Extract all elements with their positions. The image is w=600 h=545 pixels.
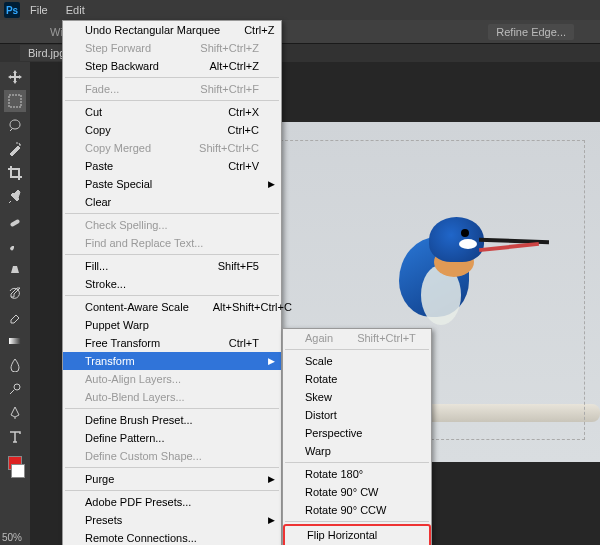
transform-menu-item-rotate-90-ccw[interactable]: Rotate 90° CCW xyxy=(283,501,431,519)
menu-item-label: Define Pattern... xyxy=(85,432,165,444)
menu-item-label: Paste Special xyxy=(85,178,152,190)
pen-tool[interactable] xyxy=(4,402,26,424)
wand-tool[interactable] xyxy=(4,138,26,160)
edit-menu-item-auto-align-layers: Auto-Align Layers... xyxy=(63,370,281,388)
refine-edge-button[interactable]: Refine Edge... xyxy=(488,24,574,40)
clone-stamp-tool[interactable] xyxy=(4,258,26,280)
menu-item-label: Again xyxy=(305,332,333,344)
eraser-tool[interactable] xyxy=(4,306,26,328)
edit-menu-item-copy[interactable]: CopyCtrl+C xyxy=(63,121,281,139)
transform-menu-item-scale[interactable]: Scale xyxy=(283,352,431,370)
submenu-arrow-icon: ▶ xyxy=(268,474,275,484)
menubar: Ps File Edit xyxy=(0,0,600,20)
move-tool[interactable] xyxy=(4,66,26,88)
menu-item-shortcut: Shift+F5 xyxy=(218,260,259,272)
edit-menu-item-fill[interactable]: Fill...Shift+F5 xyxy=(63,257,281,275)
edit-menu-item-separator xyxy=(65,295,279,296)
edit-menu-item-separator xyxy=(65,213,279,214)
background-color-swatch[interactable] xyxy=(11,464,25,478)
transform-menu-item-rotate[interactable]: Rotate xyxy=(283,370,431,388)
edit-menu-item-content-aware-scale[interactable]: Content-Aware ScaleAlt+Shift+Ctrl+C xyxy=(63,298,281,316)
menu-item-label: Transform xyxy=(85,355,135,367)
menu-item-label: Skew xyxy=(305,391,332,403)
edit-menu-item-remote-connections[interactable]: Remote Connections... xyxy=(63,529,281,545)
brush-tool[interactable] xyxy=(4,234,26,256)
edit-menu-item-clear[interactable]: Clear xyxy=(63,193,281,211)
tools-panel xyxy=(0,62,30,545)
submenu-arrow-icon: ▶ xyxy=(268,179,275,189)
menu-item-label: Perspective xyxy=(305,427,362,439)
eyedropper-tool[interactable] xyxy=(4,186,26,208)
menu-item-label: Copy xyxy=(85,124,111,136)
transform-menu-item-rotate-90-cw[interactable]: Rotate 90° CW xyxy=(283,483,431,501)
edit-menu-item-adobe-pdf-presets[interactable]: Adobe PDF Presets... xyxy=(63,493,281,511)
transform-menu-item-flip-horizontal[interactable]: Flip Horizontal xyxy=(285,526,429,544)
menu-item-label: Rotate 90° CW xyxy=(305,486,378,498)
menu-item-label: Purge xyxy=(85,473,114,485)
menu-item-label: Presets xyxy=(85,514,122,526)
healing-brush-tool[interactable] xyxy=(4,210,26,232)
app-logo: Ps xyxy=(4,2,20,18)
transform-menu-item-separator xyxy=(285,521,429,522)
edit-menu-item-define-pattern[interactable]: Define Pattern... xyxy=(63,429,281,447)
blur-tool[interactable] xyxy=(4,354,26,376)
menu-item-label: Step Backward xyxy=(85,60,159,72)
edit-menu-item-check-spelling: Check Spelling... xyxy=(63,216,281,234)
edit-menu-item-puppet-warp[interactable]: Puppet Warp xyxy=(63,316,281,334)
dodge-tool[interactable] xyxy=(4,378,26,400)
menu-item-label: Rotate xyxy=(305,373,337,385)
document-tab-label: Bird.jpg xyxy=(28,47,65,59)
menu-item-label: Check Spelling... xyxy=(85,219,168,231)
svg-point-3 xyxy=(14,384,20,390)
edit-menu-dropdown: Undo Rectangular MarqueeCtrl+ZStep Forwa… xyxy=(62,20,282,545)
menu-item-label: Distort xyxy=(305,409,337,421)
menu-item-label: Rotate 90° CCW xyxy=(305,504,386,516)
menu-item-label: Flip Horizontal xyxy=(307,529,377,541)
menu-item-shortcut: Ctrl+V xyxy=(228,160,259,172)
type-tool[interactable] xyxy=(4,426,26,448)
edit-menu-item-transform[interactable]: Transform▶ xyxy=(63,352,281,370)
edit-menu-item-fade: Fade...Shift+Ctrl+F xyxy=(63,80,281,98)
transform-menu-item-skew[interactable]: Skew xyxy=(283,388,431,406)
menu-item-shortcut: Alt+Ctrl+Z xyxy=(209,60,259,72)
edit-menu-item-separator xyxy=(65,490,279,491)
transform-menu-item-separator xyxy=(285,462,429,463)
menu-edit[interactable]: Edit xyxy=(58,2,93,18)
edit-menu-item-purge[interactable]: Purge▶ xyxy=(63,470,281,488)
menu-file[interactable]: File xyxy=(22,2,56,18)
edit-menu-item-copy-merged: Copy MergedShift+Ctrl+C xyxy=(63,139,281,157)
edit-menu-item-step-backward[interactable]: Step BackwardAlt+Ctrl+Z xyxy=(63,57,281,75)
transform-menu-item-warp[interactable]: Warp xyxy=(283,442,431,460)
edit-menu-item-cut[interactable]: CutCtrl+X xyxy=(63,103,281,121)
edit-menu-item-undo-rectangular-marquee[interactable]: Undo Rectangular MarqueeCtrl+Z xyxy=(63,21,281,39)
svg-rect-1 xyxy=(10,219,21,227)
submenu-arrow-icon: ▶ xyxy=(268,356,275,366)
transform-menu-item-distort[interactable]: Distort xyxy=(283,406,431,424)
menu-item-label: Find and Replace Text... xyxy=(85,237,203,249)
menu-item-shortcut: Ctrl+Z xyxy=(244,24,274,36)
edit-menu-item-presets[interactable]: Presets▶ xyxy=(63,511,281,529)
menu-item-label: Warp xyxy=(305,445,331,457)
edit-menu-item-paste[interactable]: PasteCtrl+V xyxy=(63,157,281,175)
history-brush-tool[interactable] xyxy=(4,282,26,304)
menu-item-label: Free Transform xyxy=(85,337,160,349)
edit-menu-item-paste-special[interactable]: Paste Special▶ xyxy=(63,175,281,193)
edit-menu-item-define-brush-preset[interactable]: Define Brush Preset... xyxy=(63,411,281,429)
crop-tool[interactable] xyxy=(4,162,26,184)
transform-menu-item-perspective[interactable]: Perspective xyxy=(283,424,431,442)
menu-item-shortcut: Shift+Ctrl+C xyxy=(199,142,259,154)
edit-menu-item-separator xyxy=(65,408,279,409)
menu-item-label: Define Custom Shape... xyxy=(85,450,202,462)
marquee-tool[interactable] xyxy=(4,90,26,112)
edit-menu-item-free-transform[interactable]: Free TransformCtrl+T xyxy=(63,334,281,352)
menu-item-label: Adobe PDF Presets... xyxy=(85,496,191,508)
zoom-status: 50% xyxy=(2,532,22,543)
transform-menu-item-rotate-180[interactable]: Rotate 180° xyxy=(283,465,431,483)
menu-item-label: Rotate 180° xyxy=(305,468,363,480)
menu-item-label: Fill... xyxy=(85,260,108,272)
menu-item-label: Fade... xyxy=(85,83,119,95)
menu-item-label: Copy Merged xyxy=(85,142,151,154)
edit-menu-item-stroke[interactable]: Stroke... xyxy=(63,275,281,293)
lasso-tool[interactable] xyxy=(4,114,26,136)
gradient-tool[interactable] xyxy=(4,330,26,352)
